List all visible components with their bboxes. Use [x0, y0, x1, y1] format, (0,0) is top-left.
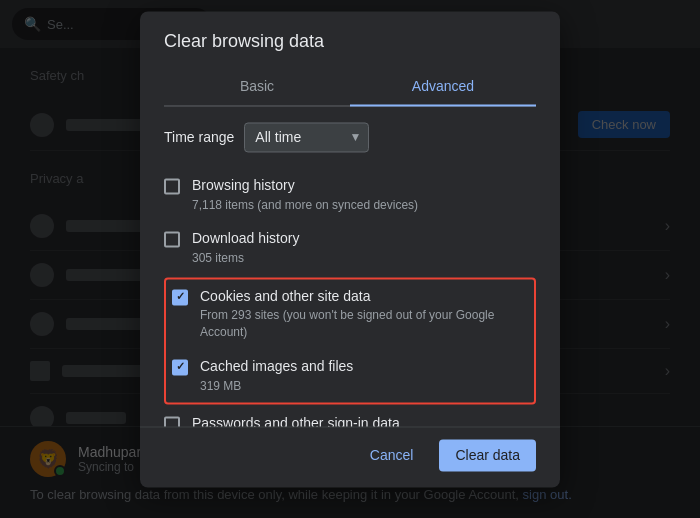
item-download-history-title: Download history [192, 230, 536, 250]
time-range-select-wrapper[interactable]: Last hour Last 24 hours Last 7 days Last… [244, 122, 369, 152]
item-browsing-history: Browsing history 7,118 items (and more o… [164, 168, 536, 221]
time-range-label: Time range [164, 129, 234, 145]
cancel-button[interactable]: Cancel [354, 439, 430, 471]
tab-advanced[interactable]: Advanced [350, 68, 536, 106]
item-cached-images: Cached images and files 319 MB [166, 349, 534, 402]
checkbox-download-history-box[interactable] [164, 232, 180, 248]
item-download-history-subtitle: 305 items [192, 250, 536, 267]
time-range-row: Time range Last hour Last 24 hours Last … [164, 122, 536, 152]
item-browsing-history-title: Browsing history [192, 176, 536, 196]
time-range-select[interactable]: Last hour Last 24 hours Last 7 days Last… [244, 122, 369, 152]
item-cookies-text: Cookies and other site data From 293 sit… [200, 287, 528, 341]
dialog-header: Clear browsing data Basic Advanced [140, 11, 560, 106]
checkbox-passwords[interactable] [164, 417, 180, 427]
clear-data-button[interactable]: Clear data [439, 439, 536, 471]
checkbox-cached-images-box[interactable] [172, 359, 188, 375]
item-cookies: Cookies and other site data From 293 sit… [166, 279, 534, 349]
item-cached-images-text: Cached images and files 319 MB [200, 357, 528, 394]
tabs: Basic Advanced [164, 68, 536, 106]
item-passwords: Passwords and other sign-in data 29 pass… [164, 407, 536, 427]
dialog-body: Time range Last hour Last 24 hours Last … [140, 106, 560, 426]
item-cookies-title: Cookies and other site data [200, 287, 528, 307]
item-cached-images-subtitle: 319 MB [200, 378, 528, 395]
checkbox-cookies-box[interactable] [172, 289, 188, 305]
item-browsing-history-subtitle: 7,118 items (and more on synced devices) [192, 197, 536, 214]
dialog-title: Clear browsing data [164, 31, 536, 52]
checkbox-download-history[interactable] [164, 232, 180, 248]
dialog-footer: Cancel Clear data [140, 426, 560, 487]
checkbox-cookies[interactable] [172, 289, 188, 305]
item-download-history-text: Download history 305 items [192, 230, 536, 267]
highlight-border: Cookies and other site data From 293 sit… [164, 277, 536, 405]
item-passwords-title: Passwords and other sign-in data [192, 415, 536, 427]
item-download-history: Download history 305 items [164, 222, 536, 275]
item-passwords-text: Passwords and other sign-in data 29 pass… [192, 415, 536, 427]
item-cached-images-title: Cached images and files [200, 357, 528, 377]
tab-basic[interactable]: Basic [164, 68, 350, 106]
clear-browsing-data-dialog: Clear browsing data Basic Advanced Time … [140, 11, 560, 487]
checkbox-browsing-history[interactable] [164, 178, 180, 194]
checkbox-browsing-history-box[interactable] [164, 178, 180, 194]
item-cookies-subtitle: From 293 sites (you won't be signed out … [200, 308, 528, 342]
checkbox-passwords-box[interactable] [164, 417, 180, 427]
item-browsing-history-text: Browsing history 7,118 items (and more o… [192, 176, 536, 213]
checkbox-cached-images[interactable] [172, 359, 188, 375]
